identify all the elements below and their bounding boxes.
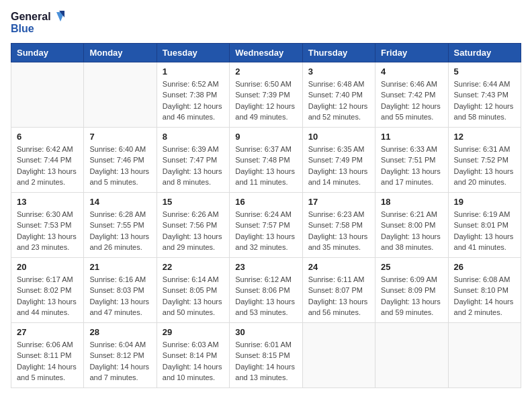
day-number: 21 [89, 262, 150, 272]
weekday-header-row: SundayMondayTuesdayWednesdayThursdayFrid… [11, 43, 521, 62]
week-row-4: 20Sunrise: 6:17 AMSunset: 8:02 PMDayligh… [11, 257, 521, 322]
week-row-1: 1Sunrise: 6:52 AMSunset: 7:38 PMDaylight… [11, 62, 521, 127]
logo-general: General [11, 11, 51, 23]
day-number: 14 [89, 197, 150, 207]
day-info: Sunrise: 6:12 AMSunset: 8:06 PMDaylight:… [235, 274, 296, 318]
calendar-cell: 8Sunrise: 6:39 AMSunset: 7:47 PMDaylight… [157, 127, 229, 192]
page-header: General Blue [11, 11, 521, 35]
day-info: Sunrise: 6:16 AMSunset: 8:03 PMDaylight:… [89, 274, 150, 318]
day-info: Sunrise: 6:03 AMSunset: 8:14 PMDaylight:… [163, 339, 224, 383]
day-number: 4 [381, 66, 442, 77]
day-number: 27 [17, 327, 78, 337]
calendar-cell: 14Sunrise: 6:28 AMSunset: 7:55 PMDayligh… [84, 192, 157, 257]
calendar-cell: 1Sunrise: 6:52 AMSunset: 7:38 PMDaylight… [157, 62, 229, 127]
day-info: Sunrise: 6:39 AMSunset: 7:47 PMDaylight:… [163, 144, 224, 188]
calendar-cell: 29Sunrise: 6:03 AMSunset: 8:14 PMDayligh… [157, 322, 229, 387]
calendar-cell: 12Sunrise: 6:31 AMSunset: 7:52 PMDayligh… [448, 127, 521, 192]
calendar-cell: 3Sunrise: 6:48 AMSunset: 7:40 PMDaylight… [302, 62, 375, 127]
day-number: 18 [381, 197, 442, 207]
weekday-header-tuesday: Tuesday [157, 43, 229, 62]
calendar-cell: 15Sunrise: 6:26 AMSunset: 7:56 PMDayligh… [157, 192, 229, 257]
day-info: Sunrise: 6:26 AMSunset: 7:56 PMDaylight:… [163, 209, 224, 253]
calendar-cell: 6Sunrise: 6:42 AMSunset: 7:44 PMDaylight… [11, 127, 84, 192]
day-info: Sunrise: 6:52 AMSunset: 7:38 PMDaylight:… [163, 79, 224, 123]
day-number: 20 [17, 262, 78, 272]
week-row-5: 27Sunrise: 6:06 AMSunset: 8:11 PMDayligh… [11, 322, 521, 387]
calendar-cell [84, 62, 157, 127]
calendar-cell: 17Sunrise: 6:23 AMSunset: 7:58 PMDayligh… [302, 192, 375, 257]
calendar-cell: 18Sunrise: 6:21 AMSunset: 8:00 PMDayligh… [375, 192, 448, 257]
calendar-cell: 22Sunrise: 6:14 AMSunset: 8:05 PMDayligh… [157, 257, 229, 322]
day-number: 23 [235, 262, 296, 272]
calendar-cell: 16Sunrise: 6:24 AMSunset: 7:57 PMDayligh… [230, 192, 302, 257]
weekday-header-wednesday: Wednesday [230, 43, 302, 62]
calendar-cell: 7Sunrise: 6:40 AMSunset: 7:46 PMDaylight… [84, 127, 157, 192]
day-number: 25 [381, 262, 442, 272]
day-number: 2 [235, 66, 296, 77]
day-info: Sunrise: 6:04 AMSunset: 8:12 PMDaylight:… [89, 339, 150, 383]
calendar-cell: 28Sunrise: 6:04 AMSunset: 8:12 PMDayligh… [84, 322, 157, 387]
calendar-cell: 4Sunrise: 6:46 AMSunset: 7:42 PMDaylight… [375, 62, 448, 127]
day-number: 19 [454, 197, 515, 207]
day-info: Sunrise: 6:11 AMSunset: 8:07 PMDaylight:… [308, 274, 369, 318]
calendar-cell: 21Sunrise: 6:16 AMSunset: 8:03 PMDayligh… [84, 257, 157, 322]
week-row-3: 13Sunrise: 6:30 AMSunset: 7:53 PMDayligh… [11, 192, 521, 257]
day-info: Sunrise: 6:37 AMSunset: 7:48 PMDaylight:… [235, 144, 296, 188]
calendar-cell: 10Sunrise: 6:35 AMSunset: 7:49 PMDayligh… [302, 127, 375, 192]
week-row-2: 6Sunrise: 6:42 AMSunset: 7:44 PMDaylight… [11, 127, 521, 192]
day-number: 22 [163, 262, 224, 272]
day-number: 17 [308, 197, 369, 207]
day-number: 10 [308, 132, 369, 142]
calendar-cell: 13Sunrise: 6:30 AMSunset: 7:53 PMDayligh… [11, 192, 84, 257]
calendar-cell: 20Sunrise: 6:17 AMSunset: 8:02 PMDayligh… [11, 257, 84, 322]
logo-text: General Blue [11, 11, 64, 35]
day-info: Sunrise: 6:40 AMSunset: 7:46 PMDaylight:… [89, 144, 150, 188]
day-number: 26 [454, 262, 515, 272]
weekday-header-thursday: Thursday [302, 43, 375, 62]
calendar-table: SundayMondayTuesdayWednesdayThursdayFrid… [11, 43, 521, 388]
day-info: Sunrise: 6:01 AMSunset: 8:15 PMDaylight:… [235, 339, 296, 383]
day-info: Sunrise: 6:44 AMSunset: 7:43 PMDaylight:… [454, 79, 515, 123]
day-info: Sunrise: 6:35 AMSunset: 7:49 PMDaylight:… [308, 144, 369, 188]
calendar-cell [11, 62, 84, 127]
day-number: 11 [381, 132, 442, 142]
day-info: Sunrise: 6:50 AMSunset: 7:39 PMDaylight:… [235, 79, 296, 123]
day-number: 1 [163, 66, 224, 77]
day-number: 15 [163, 197, 224, 207]
day-info: Sunrise: 6:08 AMSunset: 8:10 PMDaylight:… [454, 274, 515, 318]
day-number: 13 [17, 197, 78, 207]
day-number: 30 [235, 327, 296, 337]
day-info: Sunrise: 6:24 AMSunset: 7:57 PMDaylight:… [235, 209, 296, 253]
calendar-cell: 11Sunrise: 6:33 AMSunset: 7:51 PMDayligh… [375, 127, 448, 192]
calendar-cell [375, 322, 448, 387]
day-info: Sunrise: 6:17 AMSunset: 8:02 PMDaylight:… [17, 274, 78, 318]
logo: General Blue [11, 11, 64, 35]
day-info: Sunrise: 6:19 AMSunset: 8:01 PMDaylight:… [454, 209, 515, 253]
day-info: Sunrise: 6:31 AMSunset: 7:52 PMDaylight:… [454, 144, 515, 188]
logo-blue: Blue [11, 23, 34, 34]
day-number: 7 [89, 132, 150, 142]
day-number: 28 [89, 327, 150, 337]
day-number: 5 [454, 66, 515, 77]
day-info: Sunrise: 6:30 AMSunset: 7:53 PMDaylight:… [17, 209, 78, 253]
calendar-cell: 23Sunrise: 6:12 AMSunset: 8:06 PMDayligh… [230, 257, 302, 322]
calendar-cell: 27Sunrise: 6:06 AMSunset: 8:11 PMDayligh… [11, 322, 84, 387]
day-number: 12 [454, 132, 515, 142]
day-info: Sunrise: 6:46 AMSunset: 7:42 PMDaylight:… [381, 79, 442, 123]
day-number: 24 [308, 262, 369, 272]
day-number: 29 [163, 327, 224, 337]
day-info: Sunrise: 6:09 AMSunset: 8:09 PMDaylight:… [381, 274, 442, 318]
weekday-header-friday: Friday [375, 43, 448, 62]
calendar-cell: 30Sunrise: 6:01 AMSunset: 8:15 PMDayligh… [230, 322, 302, 387]
day-info: Sunrise: 6:28 AMSunset: 7:55 PMDaylight:… [89, 209, 150, 253]
calendar-cell: 19Sunrise: 6:19 AMSunset: 8:01 PMDayligh… [448, 192, 521, 257]
day-info: Sunrise: 6:14 AMSunset: 8:05 PMDaylight:… [163, 274, 224, 318]
logo-triangle-icon [52, 11, 64, 23]
day-info: Sunrise: 6:33 AMSunset: 7:51 PMDaylight:… [381, 144, 442, 188]
day-number: 3 [308, 66, 369, 77]
calendar-cell: 2Sunrise: 6:50 AMSunset: 7:39 PMDaylight… [230, 62, 302, 127]
day-number: 6 [17, 132, 78, 142]
calendar-cell: 26Sunrise: 6:08 AMSunset: 8:10 PMDayligh… [448, 257, 521, 322]
day-number: 8 [163, 132, 224, 142]
day-info: Sunrise: 6:06 AMSunset: 8:11 PMDaylight:… [17, 339, 78, 383]
